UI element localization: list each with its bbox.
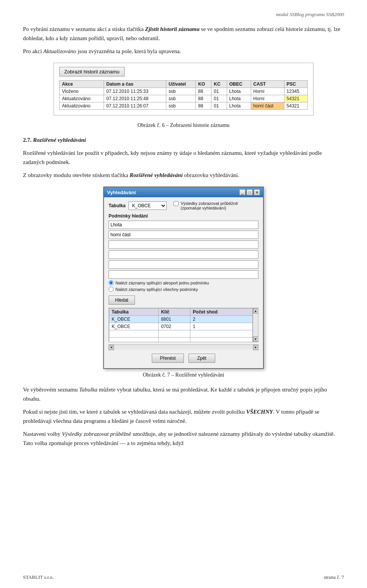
podmiky-label: Podmínky hledání [109, 213, 258, 219]
results-checkbox[interactable] [174, 201, 179, 206]
minimize-button[interactable]: ⎯ [239, 189, 245, 195]
history-table-header-row: Akce Datum a čas Uživatel KO KC OBEC CAS… [60, 81, 308, 88]
col-uzivatel: Uživatel [166, 81, 196, 88]
history-caption: Obrázek č. 6 – Zobrazení historie záznam… [23, 122, 344, 128]
checkbox-label: Výsledky zobrazovat průběžně (zpomaluje … [180, 201, 258, 210]
table-label: Tabulka [109, 203, 125, 208]
result-col-pocet: Počet shod [190, 309, 253, 316]
section-27-heading: 2.7. Rozšířené vyhledávání [23, 135, 344, 145]
show-history-button[interactable]: Zobrazit historii záznamu [59, 67, 125, 76]
col-psc: PSC [284, 81, 307, 88]
dialog-caption: Obrázek č. 7 – Rozšířené vyhledávání [23, 372, 344, 378]
section-27-para-2: Z obrazovky modulu otevřete stiskem tlač… [23, 171, 344, 180]
dialog-body: Tabulka K_OBCE VŠECHNY Výsledky zobrazov… [104, 197, 263, 368]
radio-label-1: Nalézt záznamy splňující alespoň jednu p… [115, 281, 209, 285]
radio-row-2: Nalézt záznamy splňující všechny podmínk… [109, 287, 258, 292]
col-obec: OBEC [227, 81, 251, 88]
result-table: Tabulka Klíč Počet shod K_OBCE 8801 2 K_… [109, 308, 253, 342]
search-input-5[interactable] [109, 260, 258, 269]
dialog-footer: Přenést Zpět [109, 352, 258, 364]
result-scrollbox: Tabulka Klíč Počet shod K_OBCE 8801 2 K_… [109, 308, 258, 342]
result-col-tabulka: Tabulka [109, 309, 159, 316]
search-input-3[interactable] [109, 240, 258, 249]
col-ko: KO [196, 81, 211, 88]
intro-para-2: Pro akci Aktualizováno jsou zvýrazněna t… [23, 47, 344, 56]
table-select[interactable]: K_OBCE VŠECHNY [128, 201, 167, 210]
col-akce: Akce [60, 81, 104, 88]
dialog-titlebar: Vyhledávání ⎯ □ ✕ [104, 187, 263, 197]
radio-label-2: Nalézt záznamy splňující všechny podmínk… [115, 287, 198, 292]
close-button[interactable]: ✕ [254, 189, 260, 195]
section-27-para-1: Rozšířené vyhledávání lze použít v přípa… [23, 148, 344, 167]
titlebar-buttons: ⎯ □ ✕ [239, 189, 260, 195]
search-input-1[interactable] [109, 221, 258, 229]
hledat-button[interactable]: Hledat [109, 296, 135, 305]
prenest-button[interactable]: Přenést [152, 354, 184, 363]
history-box: Zobrazit historii záznamu Akce Datum a č… [54, 63, 313, 115]
table-row: Aktualizováno 07.12.2010 11:26:07 ssb 88… [60, 102, 308, 110]
scroll-down-arrow[interactable]: ▼ [253, 336, 258, 342]
scroll-right-arrow[interactable]: ► [253, 345, 258, 350]
scroll-up-arrow[interactable]: ▲ [253, 308, 258, 313]
page-footer: STARLIT s.r.o. strana č. 7 [23, 574, 344, 580]
col-kc: KC [211, 81, 227, 88]
dialog-wrapper: Vyhledávání ⎯ □ ✕ Tabulka K_OBCE VŠECHNY… [23, 187, 344, 369]
checkbox-area: Výsledky zobrazovat průběžně (zpomaluje … [174, 201, 258, 210]
page-header: modul SSBlog programu SSB2000 [23, 11, 344, 18]
table-row-controls: Tabulka K_OBCE VŠECHNY Výsledky zobrazov… [109, 201, 258, 210]
search-input-4[interactable] [109, 250, 258, 259]
table-row: Vloženo 07.12.2010 11:25:33 ssb 88 01 Lh… [60, 88, 308, 95]
company-name: STARLIT s.r.o. [23, 574, 54, 580]
horizontal-scrollbar[interactable]: ◄ ► [109, 344, 258, 350]
result-row-1[interactable]: K_OBCE 8801 2 [109, 316, 253, 323]
result-header-row: Tabulka Klíč Počet shod [109, 309, 253, 316]
page-number: strana č. 7 [324, 574, 344, 580]
col-cast: CAST [251, 81, 284, 88]
search-input-6[interactable] [109, 270, 258, 279]
zpet-button[interactable]: Zpět [188, 354, 215, 363]
col-datum: Datum a čas [104, 81, 166, 88]
dialog-title: Vyhledávání [107, 190, 136, 195]
search-dialog: Vyhledávání ⎯ □ ✕ Tabulka K_OBCE VŠECHNY… [103, 187, 264, 369]
radio-row-1: Nalézt záznamy splňující alespoň jednu p… [109, 280, 258, 285]
vertical-scrollbar[interactable]: ▲ ▼ [253, 308, 258, 342]
history-table: Akce Datum a čas Uživatel KO KC OBEC CAS… [59, 80, 308, 110]
header-title: modul SSBlog programu SSB2000 [276, 11, 344, 17]
table-row: Aktualizováno 07.12.2010 11:25:48 ssb 88… [60, 95, 308, 102]
radio-aspon-jednu[interactable] [109, 280, 114, 285]
search-input-2[interactable] [109, 231, 258, 239]
radio-vsechny[interactable] [109, 287, 114, 292]
closing-para-1: Ve výběrovém seznamu Tabulka můžete vybr… [23, 385, 344, 403]
closing-para-2: Pokud si nejste jisti tím, ve které z ta… [23, 407, 344, 426]
scroll-left-arrow[interactable]: ◄ [109, 345, 114, 350]
result-col-klic: Klíč [159, 309, 190, 316]
result-row-empty-2[interactable] [109, 338, 253, 343]
intro-para-1: Po vybrání záznamu v seznamu akcí a stis… [23, 24, 344, 43]
result-row-empty-1[interactable] [109, 330, 253, 338]
result-row-2[interactable]: K_OBCE 0702 1 [109, 323, 253, 330]
closing-para-3: Nastavení volby Výsledky zobrazovat průb… [23, 429, 344, 448]
maximize-button[interactable]: □ [247, 189, 253, 195]
